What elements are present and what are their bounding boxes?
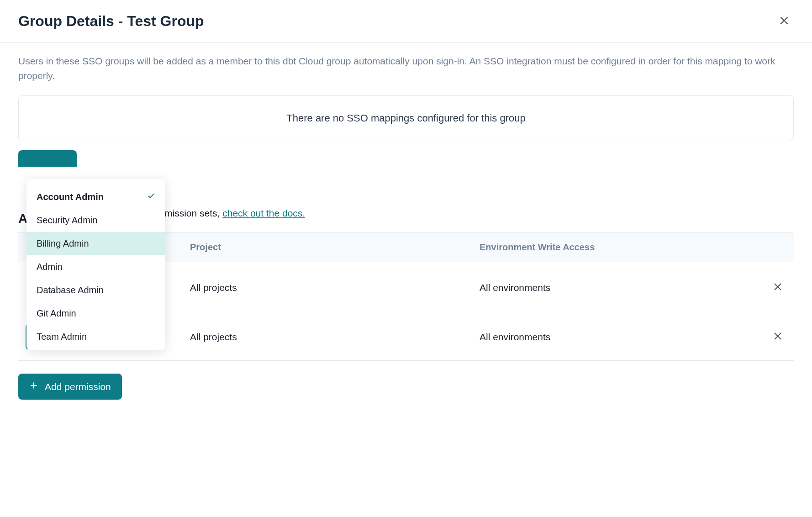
- cell-env: All environments: [472, 266, 762, 310]
- col-header-project: Project: [183, 233, 472, 262]
- dropdown-item-label: Billing Admin: [37, 238, 89, 249]
- plus-icon: [29, 381, 38, 392]
- add-permission-button[interactable]: Add permission: [18, 374, 122, 400]
- dropdown-item-billing-admin[interactable]: Billing Admin: [26, 232, 165, 255]
- sso-description-text: Users in these SSO groups will be added …: [18, 54, 794, 83]
- dropdown-item-label: Security Admin: [37, 215, 97, 226]
- modal-header: Group Details - Test Group: [0, 0, 812, 43]
- cell-env: All environments: [472, 321, 762, 353]
- dropdown-item-label: Account Admin: [37, 192, 104, 202]
- sso-mappings-empty-state: There are no SSO mappings configured for…: [18, 95, 794, 141]
- close-icon: [778, 21, 790, 28]
- dropdown-item-database-admin[interactable]: Database Admin: [26, 279, 165, 302]
- col-header-env: Environment Write Access: [472, 233, 762, 262]
- sso-empty-message: There are no SSO mappings configured for…: [286, 112, 525, 124]
- partial-button-stub[interactable]: [18, 150, 77, 167]
- delete-row-button[interactable]: [770, 328, 786, 346]
- close-icon: [772, 336, 783, 343]
- docs-hint-visible: mission sets, check out the docs.: [164, 208, 794, 219]
- dropdown-item-admin[interactable]: Admin: [26, 255, 165, 279]
- modal-body: Users in these SSO groups will be added …: [0, 43, 812, 418]
- cell-project: All projects: [183, 321, 472, 353]
- dropdown-item-git-admin[interactable]: Git Admin: [26, 302, 165, 325]
- check-icon: [147, 192, 155, 202]
- docs-link[interactable]: check out the docs.: [222, 208, 305, 218]
- dropdown-item-account-admin[interactable]: Account Admin: [26, 185, 165, 209]
- docs-hint-mid: mission sets,: [164, 208, 222, 218]
- dropdown-item-team-admin[interactable]: Team Admin: [26, 325, 165, 344]
- dropdown-item-label: Team Admin: [37, 332, 87, 342]
- dropdown-item-label: Git Admin: [37, 308, 76, 319]
- col-header-actions: [762, 233, 794, 262]
- cell-project: All projects: [183, 266, 472, 310]
- add-permission-label: Add permission: [45, 381, 111, 392]
- close-icon: [772, 287, 783, 294]
- close-button[interactable]: [775, 11, 794, 32]
- permission-set-dropdown[interactable]: Account Admin Security Admin Billing Adm…: [26, 179, 165, 350]
- dropdown-item-label: Database Admin: [37, 285, 104, 295]
- dropdown-item-security-admin[interactable]: Security Admin: [26, 209, 165, 232]
- group-details-modal: Group Details - Test Group Users in thes…: [0, 0, 812, 418]
- modal-title: Group Details - Test Group: [18, 13, 204, 30]
- dropdown-item-label: Admin: [37, 262, 63, 272]
- delete-row-button[interactable]: [770, 279, 786, 296]
